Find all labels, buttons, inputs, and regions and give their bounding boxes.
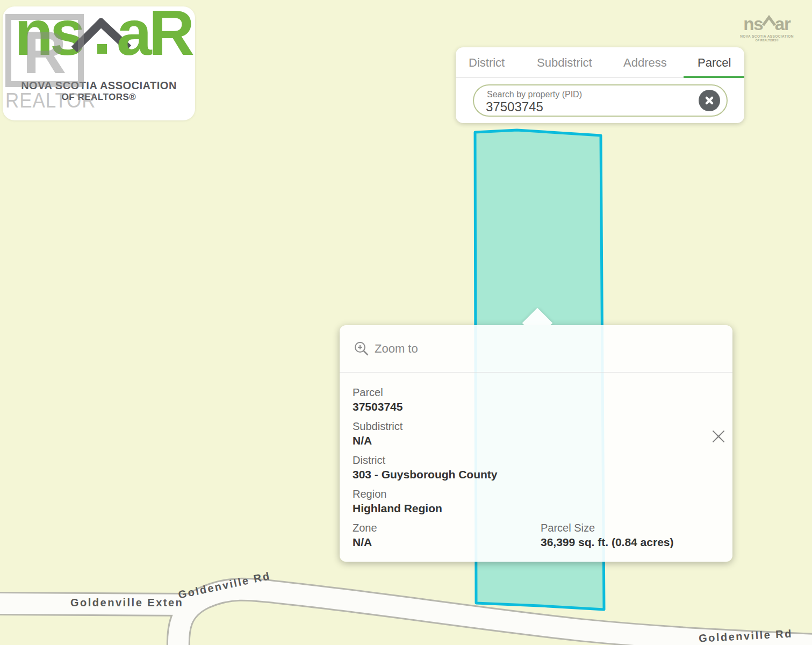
field-region: Region Highland Region <box>353 487 732 516</box>
parcel-popup: Zoom to Parcel 37503745 Subdistrict N/A … <box>340 325 732 562</box>
corner-logo-ns: ns <box>743 15 763 33</box>
corner-logo-line1: NOVA SCOTIA ASSOCIATION <box>737 34 796 38</box>
field-zone: Zone N/A <box>353 521 541 550</box>
popup-pointer <box>520 307 555 325</box>
nsar-logo-card: ns aR NOVA SCOTIA ASSOCIATION OF REALTOR… <box>3 6 195 120</box>
association-name-line2: OF REALTORS® <box>3 92 195 103</box>
tab-address[interactable]: Address <box>623 47 667 77</box>
corner-nsar-logo: nsar NOVA SCOTIA ASSOCIATION OF REALTORS… <box>737 15 796 42</box>
roof-icon <box>761 15 777 27</box>
field-value: N/A <box>353 535 541 550</box>
field-label: District <box>353 453 732 467</box>
field-subdistrict: Subdistrict N/A <box>353 419 732 448</box>
association-name-line1: NOVA SCOTIA ASSOCIATION <box>3 80 195 92</box>
tab-district[interactable]: District <box>469 47 505 77</box>
nsar-logo-ar-text: aR <box>117 1 191 64</box>
active-tab-underline <box>684 76 744 78</box>
search-field[interactable]: Search by property (PID) <box>473 84 728 117</box>
map-canvas[interactable]: Goldenville Exten Goldenville Rd Goldenv… <box>0 0 812 645</box>
field-value: N/A <box>353 433 732 448</box>
field-value: 303 - Guysborough County <box>353 467 732 482</box>
zoom-to-action[interactable]: Zoom to <box>340 325 732 372</box>
popup-body: Parcel 37503745 Subdistrict N/A District… <box>340 372 732 555</box>
field-district: District 303 - Guysborough County <box>353 453 732 482</box>
search-tab-row: District Subdistrict Address Parcel <box>456 47 744 78</box>
field-label: Region <box>353 487 732 501</box>
zoom-to-label: Zoom to <box>375 342 418 356</box>
field-label: Parcel <box>353 385 732 399</box>
search-input[interactable] <box>486 99 663 114</box>
field-value: 37503745 <box>353 399 732 414</box>
close-popup-button[interactable] <box>712 429 725 443</box>
close-icon <box>712 430 725 443</box>
search-field-label: Search by property (PID) <box>487 90 582 99</box>
field-label: Zone <box>353 521 541 535</box>
field-row-zone-size: Zone N/A Parcel Size 36,399 sq. ft. (0.8… <box>353 521 732 555</box>
field-value: 36,399 sq. ft. (0.84 acres) <box>541 535 673 550</box>
green-square-dot <box>97 44 107 54</box>
clear-icon <box>705 96 714 105</box>
road-label-goldenville-exten: Goldenville Exten <box>70 597 183 609</box>
corner-logo-line2: OF REALTORS® <box>737 39 796 42</box>
tab-subdistrict[interactable]: Subdistrict <box>537 47 592 77</box>
field-parcel: Parcel 37503745 <box>353 385 732 414</box>
field-label: Subdistrict <box>353 419 732 433</box>
corner-logo-ar: ar <box>775 15 791 33</box>
field-parcel-size: Parcel Size 36,399 sq. ft. (0.84 acres) <box>541 521 673 550</box>
field-value: Highland Region <box>353 501 732 516</box>
search-panel: District Subdistrict Address Parcel Sear… <box>456 47 744 123</box>
clear-search-button[interactable] <box>699 90 720 111</box>
field-label: Parcel Size <box>541 521 673 535</box>
tab-parcel[interactable]: Parcel <box>698 47 731 77</box>
zoom-in-icon <box>354 341 369 356</box>
